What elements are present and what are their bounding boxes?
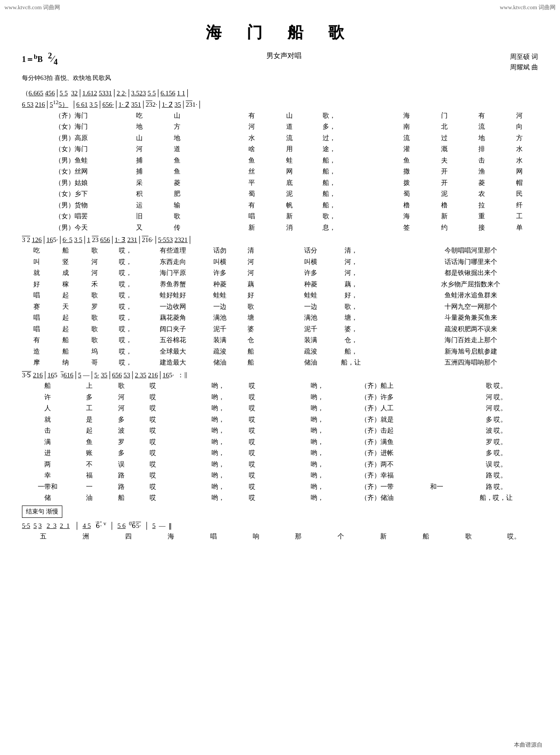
lyrics-final: 五洲四海唱响那个 新船歌哎。 bbox=[22, 531, 538, 542]
lyrics-section-3: 船上歌哎哟，哎哟，（齐）船上歌 哎。 许多河哎哟，哎哟，（齐）许多河 哎。 人工… bbox=[22, 380, 538, 504]
time-signature: 2⁄4 bbox=[48, 51, 57, 67]
score-final: 5·5 5 3 2 3 2 1 │ 4 5 6̂· v │ 5 6 06̂5· … bbox=[22, 520, 538, 531]
score-section-2: 6 53 216│5125） │6 61 3 5│656·│1· 2̄ 351│… bbox=[22, 98, 538, 110]
section-label: 结束句 渐慢 bbox=[22, 506, 62, 518]
composer-info: 周至硕 词 周耀斌 曲 bbox=[510, 51, 538, 72]
vocal-type: 男女声对唱 bbox=[57, 51, 510, 61]
score-section-4: 3·5̄ 216│165 3616│5 —│5· 35│656 53│2 35 … bbox=[22, 370, 538, 380]
page-title: 海 门 船 歌 bbox=[22, 22, 538, 43]
composer: 周耀斌 曲 bbox=[510, 62, 538, 72]
lyrics-section-2: 吃船歌哎，有些道理话勿清话分清，今朝唱唱河里那个 叫竖河哎，东西走向叫横河叫横河… bbox=[22, 245, 538, 368]
watermark-right: www.ktvc8.com 词曲网 bbox=[500, 4, 556, 11]
lyrics-section-1: （齐）海门吃山有山歌，海门有河 （女）海门地方河道多，南北流向 （男）高原山地水… bbox=[22, 110, 538, 234]
score-section-1: （6.665 456│5 5 32│1.612 5331│2 2·│3.523 … bbox=[22, 88, 538, 98]
footer-source: 本曲谱源自 bbox=[514, 741, 542, 749]
score-section-3: 3 2 126│165·│6· 5 3 5│1 23 656│1· 3̄ 231… bbox=[22, 235, 538, 245]
key-signature: 1＝bB bbox=[22, 53, 43, 65]
watermark-left: www.ktvc8.com 词曲网 bbox=[4, 4, 60, 11]
lyricist: 周至硕 词 bbox=[510, 51, 538, 62]
tempo: 每分钟63拍 喜悦、欢快地 民歌风 bbox=[22, 74, 538, 82]
